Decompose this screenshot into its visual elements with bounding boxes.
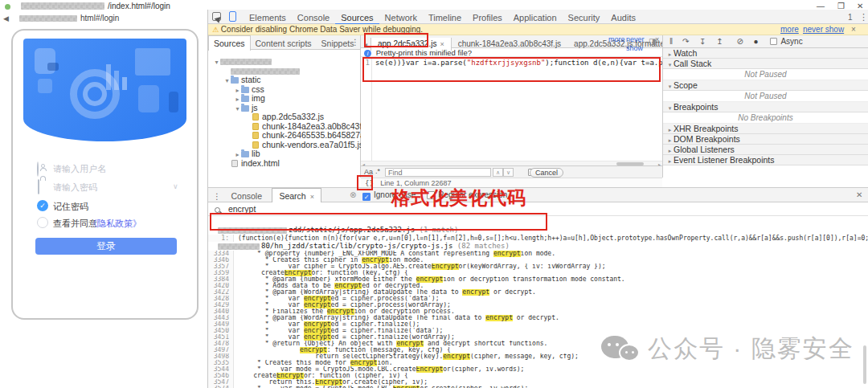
back-icon[interactable]: ◀	[3, 14, 9, 22]
search-result-line[interactable]: 3544 * var mode = CryptoJS.mode.CBC.crea…	[208, 366, 868, 373]
search-query[interactable]: encrypt	[228, 204, 256, 214]
sidebar-tab-sources[interactable]: Sources	[208, 35, 251, 51]
find-next-button[interactable]: ∨	[503, 168, 514, 177]
expander-icon[interactable]: ▸	[234, 95, 241, 104]
password-toggle-icon[interactable]: ∨	[173, 182, 178, 190]
ignore-case-checkbox[interactable]: ✓	[362, 193, 371, 201]
pretty-print-braces-icon[interactable]: {}	[365, 179, 374, 187]
tab-nav-back-icon[interactable]: ◂	[361, 41, 371, 48]
warning-never-show-link[interactable]: never show	[803, 24, 844, 35]
section-dom-breakpoints[interactable]: ▸DOM Breakpoints	[663, 134, 868, 145]
tab-console[interactable]: Console	[292, 10, 335, 25]
expander-icon[interactable]: ▾	[223, 76, 231, 86]
agree-policy-row[interactable]: 查看并同意 《隐私政策》	[37, 217, 190, 230]
section-global-listeners[interactable]: ▸Global Listeners	[663, 145, 868, 155]
search-result-line[interactable]: 3443 * @param {WordArray|string} dataUpd…	[208, 315, 868, 321]
step-out-icon[interactable]: ↥	[716, 35, 723, 48]
section-event-listener-breakpoints[interactable]: ▸Event Listener Breakpoints	[663, 155, 868, 165]
search-result-line[interactable]: 3429 * var encrypted = cipher.process(wo…	[208, 302, 868, 308]
tree-item-redacted[interactable]: ▾	[208, 57, 360, 67]
tree-item-img[interactable]: ▸img	[208, 94, 360, 104]
expander-icon[interactable]: ▾	[234, 104, 241, 114]
search-result-line[interactable]: 3546 createEncryptor: function (cipher, …	[208, 373, 868, 379]
tab-security[interactable]: Security	[563, 10, 606, 25]
warning-close-icon[interactable]: ×	[851, 24, 856, 35]
deactivate-breakpoints-icon[interactable]: ⊘	[736, 35, 743, 48]
match-case-toggle[interactable]: Aa	[364, 168, 373, 176]
agree-radio-unchecked[interactable]	[37, 217, 48, 228]
clear-search-icon[interactable]: ⊗	[350, 188, 356, 202]
expander-icon[interactable]: ▾	[666, 59, 674, 70]
code-editor[interactable]: 1 se(e))}var i=a.parse("hzdftxrjjsyxgsnb…	[361, 57, 662, 161]
remember-checkbox-checked[interactable]: ✓	[37, 200, 48, 211]
search-result-file[interactable]: 80/hn_jzdd/static/lib/crypto-js/crypto-j…	[208, 242, 868, 251]
search-result-line[interactable]: 3422 * @param {WordArray|string} dataUpd…	[208, 289, 868, 296]
expander-icon[interactable]: ▾	[213, 58, 220, 67]
tree-item-css[interactable]: ▸css	[208, 85, 360, 95]
pretty-more-link[interactable]: more	[608, 35, 625, 44]
tree-item-chunk-vendors.ea7a01f5.js[interactable]: chunk-vendors.ea7a01f5.js	[208, 141, 360, 150]
expander-icon[interactable]: ▸	[234, 150, 241, 160]
search-result-line[interactable]: 3440 * Finalizes the encryption or decry…	[208, 308, 868, 315]
find-input[interactable]	[385, 168, 491, 177]
password-field[interactable]: 请输入密码 ∨	[37, 180, 178, 193]
tab-search[interactable]: Search×	[272, 188, 321, 202]
section-breakpoints[interactable]: ▾Breakpoints	[663, 102, 868, 112]
step-over-icon[interactable]: ↷	[682, 35, 689, 48]
find-cancel-button[interactable]: Cancel	[530, 168, 563, 178]
section-call-stack[interactable]: ▾Call Stack	[663, 59, 868, 69]
error-count-badge[interactable]: 1	[848, 13, 853, 22]
tab-network[interactable]: Network	[379, 10, 423, 25]
search-result-line[interactable]: 3547 return this.Encryptor.create(cipher…	[208, 379, 868, 386]
login-button[interactable]: 登录	[35, 238, 177, 255]
async-checkbox[interactable]	[770, 38, 777, 45]
drawer-close-icon[interactable]: ✕	[856, 190, 862, 199]
section-scope[interactable]: ▾Scope	[663, 80, 868, 91]
search-result-line[interactable]: 3346 * Creates this cipher in encryption…	[208, 257, 868, 263]
devtools-menu-icon[interactable]: ⋮	[859, 12, 868, 22]
step-into-icon[interactable]: ↧	[699, 35, 706, 48]
expander-icon[interactable]: ▾	[666, 81, 674, 92]
close-tab-icon[interactable]: ×	[440, 40, 444, 48]
tab-audits[interactable]: Audits	[605, 10, 641, 25]
tree-item-index.html[interactable]: index.html	[208, 159, 360, 169]
browser-tab-title[interactable]: /index.html#/login	[108, 2, 170, 10]
search-result-file[interactable]: zdd/static/js/app.2dc5a332.js (1 match)	[208, 226, 868, 235]
tree-item-static[interactable]: ▾static	[208, 76, 360, 85]
search-result-line[interactable]: 3449 * var encrypted = cipher.finalize()…	[208, 321, 868, 328]
url-text[interactable]: html#/login	[80, 14, 119, 22]
tab-profiles[interactable]: Profiles	[467, 10, 508, 25]
tab-elements[interactable]: Elements	[244, 10, 292, 25]
inspect-element-icon[interactable]	[212, 12, 221, 21]
search-result-line[interactable]: 3359 createEncryptor: function (key, cfg…	[208, 270, 868, 276]
search-result-line[interactable]: 1:(function(e){function n(n){for(var e,r…	[208, 235, 868, 242]
pretty-close-icon[interactable]: ×	[655, 35, 659, 44]
tab-sources[interactable]: Sources	[335, 10, 379, 25]
tab-application[interactable]: Application	[508, 10, 563, 25]
expander-icon[interactable]: ▾	[666, 103, 674, 113]
tab-console[interactable]: Console	[224, 189, 268, 202]
privacy-policy-link[interactable]: 《隐私政策》	[88, 218, 141, 230]
search-result-line[interactable]: 3384 * @param {number} xformMode Either …	[208, 276, 868, 283]
expander-icon[interactable]: ▸	[666, 156, 674, 166]
pretty-print-prompt[interactable]: Pretty-print this minified file?	[376, 48, 472, 57]
search-result-line[interactable]: 3334 * @property {number} _ENC_XFORM_MOD…	[208, 251, 868, 257]
pause-icon[interactable]: ‖	[669, 35, 672, 48]
search-tab-close-icon[interactable]: ×	[310, 193, 314, 201]
tree-item-redacted[interactable]	[208, 67, 360, 76]
find-previous-button[interactable]: ∧	[493, 168, 503, 177]
drawer-menu-icon[interactable]: ⋮	[213, 192, 221, 201]
search-result-line[interactable]: 3420 * Adds data to be encrypted or decr…	[208, 283, 868, 289]
remember-password-row[interactable]: ✓ 记住密码	[37, 200, 182, 213]
device-toolbar-icon[interactable]	[229, 11, 236, 22]
tree-item-lib[interactable]: ▸lib	[208, 149, 360, 159]
search-result-line[interactable]: 3428 * var encrypted = cipher.process('d…	[208, 296, 868, 302]
regex-toggle[interactable]: .*	[375, 167, 380, 175]
username-field[interactable]: 请输入用户名	[37, 161, 178, 174]
search-result-line[interactable]: 3357 * var cipher = CryptoJS.algo.AES.cr…	[208, 263, 868, 270]
drawer-scrollbar[interactable]	[863, 345, 866, 384]
tab-timeline[interactable]: Timeline	[423, 10, 467, 25]
pause-on-exceptions-icon[interactable]: ●	[754, 35, 759, 48]
sidebar-tab-content-scripts[interactable]: Content scripts	[251, 36, 317, 51]
section-xhr-breakpoints[interactable]: ▸XHR Breakpoints	[663, 124, 868, 134]
